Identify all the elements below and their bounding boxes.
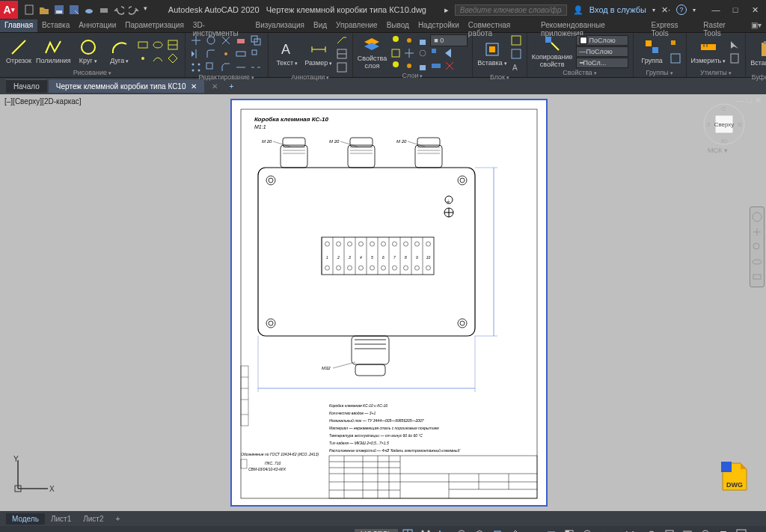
calc-icon[interactable] bbox=[729, 52, 741, 64]
snap-icon[interactable] bbox=[417, 528, 434, 532]
leader-icon[interactable] bbox=[336, 34, 348, 46]
transparency-icon[interactable] bbox=[561, 528, 577, 532]
measure-button[interactable]: Измерить bbox=[691, 38, 726, 65]
ribbon-collapse-icon[interactable]: ▣▾ bbox=[747, 19, 766, 32]
circle-button[interactable]: Круг bbox=[74, 38, 102, 65]
rotate-icon[interactable] bbox=[205, 34, 217, 46]
layer-freeze-icon[interactable] bbox=[403, 47, 415, 59]
wcs-label[interactable]: МСК ▾ bbox=[708, 147, 728, 154]
layer-combo[interactable]: ■ 0 bbox=[430, 34, 468, 46]
tab-3d[interactable]: 3D-инструменты bbox=[189, 19, 251, 32]
tab-home[interactable]: Главная bbox=[0, 19, 37, 32]
group-button[interactable]: Группа bbox=[638, 38, 667, 65]
layout2-tab[interactable]: Лист2 bbox=[77, 513, 109, 525]
tab-insert[interactable]: Вставка bbox=[37, 19, 74, 32]
vp-max-icon[interactable]: □ bbox=[747, 96, 752, 106]
group-edit-icon[interactable] bbox=[670, 52, 681, 64]
linetype-combo[interactable]: ━ ПоСл... bbox=[576, 58, 628, 68]
zoom-icon[interactable] bbox=[752, 242, 762, 252]
cycling-icon[interactable] bbox=[579, 528, 595, 532]
spline-icon[interactable] bbox=[152, 52, 164, 64]
ungroup-icon[interactable] bbox=[670, 39, 681, 51]
tab-express[interactable]: Express Tools bbox=[646, 19, 699, 32]
layer-match-icon[interactable] bbox=[430, 47, 442, 59]
layer-off-icon[interactable] bbox=[417, 47, 429, 59]
tab-view[interactable]: Вид bbox=[309, 19, 331, 32]
scale-display[interactable]: ⚖ 1:1 ▾ bbox=[615, 529, 642, 533]
cleanscreen-icon[interactable] bbox=[733, 528, 750, 532]
line-button[interactable]: Отрезок bbox=[4, 38, 33, 65]
dimension-button[interactable]: Размер bbox=[304, 40, 333, 67]
layer-unlock-icon[interactable] bbox=[417, 60, 429, 72]
tab-collab[interactable]: Совместная работа bbox=[464, 19, 536, 32]
create-block-icon[interactable] bbox=[510, 34, 522, 46]
minimize-button[interactable]: — bbox=[708, 4, 724, 16]
insert-button[interactable]: Вставка bbox=[477, 40, 506, 67]
full-nav-icon[interactable] bbox=[752, 212, 762, 222]
tab-raster[interactable]: Raster Tools bbox=[699, 19, 747, 32]
offset-icon[interactable] bbox=[205, 61, 217, 73]
isodraft-icon[interactable] bbox=[471, 528, 488, 532]
layer-props-button[interactable]: Свойства слоя bbox=[358, 36, 387, 70]
model-tab[interactable]: Модель bbox=[6, 513, 45, 525]
mirror-icon[interactable] bbox=[190, 48, 202, 60]
gear-icon[interactable] bbox=[643, 528, 660, 532]
point-icon[interactable] bbox=[137, 52, 149, 64]
otrack-icon[interactable] bbox=[525, 528, 542, 532]
signin-icon[interactable]: 👤 bbox=[573, 5, 583, 15]
layer-thaw-icon[interactable] bbox=[403, 60, 415, 72]
layer-lock-icon[interactable] bbox=[417, 34, 429, 46]
edit-block-icon[interactable] bbox=[510, 48, 522, 60]
new-icon[interactable] bbox=[24, 4, 34, 15]
grid-icon[interactable] bbox=[399, 528, 416, 532]
arc-button[interactable]: Дуга bbox=[105, 38, 134, 65]
maximize-button[interactable]: □ bbox=[727, 4, 744, 16]
move-icon[interactable] bbox=[190, 34, 202, 46]
start-tab[interactable]: Начало bbox=[6, 79, 47, 93]
viewcube[interactable]: Сверху С Ю В З МСК ▾ bbox=[703, 103, 745, 145]
layer-merge-icon[interactable] bbox=[430, 60, 442, 72]
3dosnap-icon[interactable] bbox=[507, 528, 524, 532]
text-button[interactable]: AТекст bbox=[273, 40, 301, 67]
plot-icon[interactable] bbox=[99, 4, 109, 15]
workspace-icon[interactable] bbox=[661, 528, 678, 532]
app-logo[interactable]: A▾ bbox=[0, 1, 18, 19]
annoscale-icon[interactable]: ⚖ bbox=[597, 528, 613, 532]
break-icon[interactable] bbox=[250, 61, 262, 73]
saveas-icon[interactable] bbox=[69, 4, 79, 15]
erase-icon[interactable] bbox=[235, 34, 247, 46]
select-icon[interactable] bbox=[729, 39, 741, 51]
tab-manage[interactable]: Управление bbox=[331, 19, 382, 32]
isolate-icon[interactable] bbox=[697, 528, 714, 532]
layer-prev-icon[interactable] bbox=[444, 47, 456, 59]
monitor-icon[interactable] bbox=[679, 528, 696, 532]
vp-close-icon[interactable]: ✕ bbox=[755, 96, 762, 106]
table-icon[interactable] bbox=[336, 48, 348, 60]
layer-bulb-icon[interactable] bbox=[390, 34, 402, 46]
tab-featured[interactable]: Рекомендованные приложения bbox=[536, 19, 646, 32]
tab-annotate[interactable]: Аннотации bbox=[74, 19, 120, 32]
copy-icon[interactable] bbox=[250, 34, 262, 46]
attr-icon[interactable]: A bbox=[510, 61, 522, 73]
viewport-label[interactable]: [–][Сверху][2D-каркас] bbox=[4, 97, 82, 106]
undo-icon[interactable] bbox=[114, 4, 124, 15]
polyline-button[interactable]: Полилиния bbox=[36, 38, 71, 65]
osnap-icon[interactable] bbox=[489, 528, 506, 532]
add-layout-button[interactable]: + bbox=[110, 513, 126, 525]
layer-isolate-icon[interactable] bbox=[390, 47, 402, 59]
customize-icon[interactable]: ≡ bbox=[751, 529, 762, 533]
rect-icon[interactable] bbox=[137, 39, 149, 51]
matchprop-button[interactable]: Копирование свойств bbox=[532, 34, 573, 69]
add-tab-button[interactable]: + bbox=[225, 82, 239, 91]
ellipse-icon[interactable] bbox=[152, 39, 164, 51]
explode-icon[interactable] bbox=[220, 48, 232, 60]
document-tab[interactable]: Чертеж клеммной коробки типа КС10✕ bbox=[49, 79, 204, 93]
lwt-icon[interactable] bbox=[543, 528, 560, 532]
new-tab-button[interactable]: ✕ bbox=[206, 82, 224, 91]
chamfer-icon[interactable] bbox=[220, 61, 232, 73]
mtext-icon[interactable] bbox=[336, 61, 348, 73]
hatch-icon[interactable] bbox=[167, 39, 179, 51]
drawing-canvas[interactable]: [–][Сверху][2D-каркас] — □ ✕ Сверху С Ю … bbox=[0, 94, 766, 511]
trim-icon[interactable] bbox=[220, 34, 232, 46]
open-icon[interactable] bbox=[39, 4, 49, 15]
